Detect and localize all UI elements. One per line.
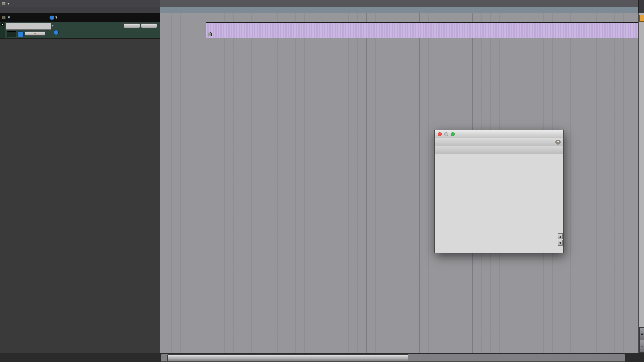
video-track-color-strip: ▾ <box>0 22 5 38</box>
view-dropdown-icon[interactable]: ▾ <box>8 15 10 19</box>
ruler-header: ▥ ▾ <box>0 0 160 7</box>
memory-locations-window: ▼ ▲ ▼ <box>434 130 564 253</box>
vertical-scrollbar[interactable]: ▲ ▼ <box>638 13 644 353</box>
horizontal-scrollbar[interactable] <box>161 354 625 362</box>
video-track-name[interactable] <box>6 23 51 30</box>
video-format-button[interactable] <box>124 23 140 28</box>
video-timebase-icon[interactable] <box>54 30 59 35</box>
timebase-dropdown-icon[interactable]: ▾ <box>55 15 57 19</box>
timecode-ruler[interactable]: ▥ ▾ <box>0 0 644 8</box>
memory-scroll-down-button[interactable]: ▼ <box>558 240 563 246</box>
track-list-icon[interactable]: ▥ <box>2 1 6 6</box>
memory-locations-list <box>435 154 563 252</box>
video-track-row: ▾ ▾ ▾ <box>0 22 160 39</box>
track-list-header: ▥ ▾ ▾ <box>0 13 61 22</box>
video-clip[interactable] <box>206 22 638 38</box>
edit-timeline-canvas[interactable] <box>160 13 639 353</box>
video-fps-display[interactable] <box>7 31 16 37</box>
scroll-grabber[interactable] <box>639 15 644 22</box>
window-menu-icon[interactable]: ▼ <box>555 140 561 145</box>
horizontal-scroll-thumb[interactable] <box>167 354 408 361</box>
track-columns-header: ▥ ▾ ▾ <box>0 13 160 22</box>
video-view-selector[interactable]: ▾ <box>25 31 45 36</box>
video-quality-button[interactable] <box>141 23 157 28</box>
scroll-down-button[interactable]: ▼ <box>639 340 644 353</box>
timebase-clock-icon[interactable] <box>49 15 54 20</box>
track-view-icon[interactable]: ▥ <box>2 15 6 19</box>
ruler-dropdown-icon[interactable]: ▾ <box>7 1 10 6</box>
ruler-corner <box>638 0 644 13</box>
close-button[interactable] <box>438 132 442 136</box>
track-list: ▾ ▾ ▾ <box>0 22 160 353</box>
inserts-column-header <box>61 13 92 22</box>
collapse-caret-icon[interactable]: ▾ <box>0 22 4 26</box>
memory-window-titlebar[interactable] <box>435 130 563 138</box>
protools-edit-window: ▥ ▾ ▥ ▾ ▾ ▾ ▾ <box>0 0 644 362</box>
memory-columns-header[interactable] <box>435 146 563 155</box>
scroll-up-button[interactable]: ▲ <box>639 327 644 340</box>
video-sync-badge[interactable] <box>17 31 24 37</box>
io-column-header <box>122 13 160 22</box>
memory-window-toolbar: ▼ <box>435 138 563 147</box>
markers-header <box>0 7 160 13</box>
bottom-scroll-bar <box>0 353 644 362</box>
minimize-button[interactable] <box>444 132 448 136</box>
memory-scroll-up-button[interactable]: ▲ <box>558 233 563 239</box>
zoom-button[interactable] <box>451 132 455 136</box>
lock-icon <box>208 33 212 36</box>
sends-column-header <box>92 13 122 22</box>
